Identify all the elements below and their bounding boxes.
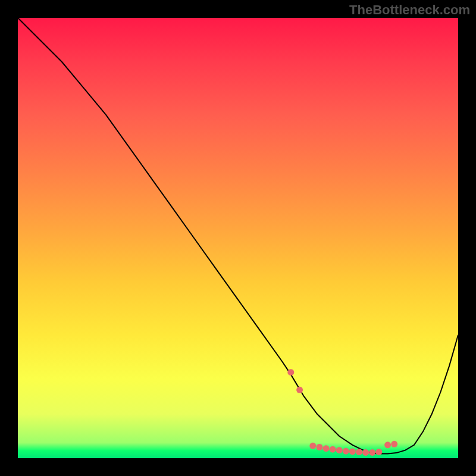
marker-dot	[323, 445, 330, 452]
bottleneck-curve	[18, 18, 458, 454]
marker-dot	[391, 441, 397, 447]
marker-dot	[287, 369, 294, 375]
curve-svg	[18, 18, 458, 458]
marker-dot	[296, 387, 303, 393]
watermark-text: TheBottleneck.com	[349, 2, 470, 18]
marker-dot	[384, 441, 391, 448]
marker-dot	[349, 448, 356, 455]
marker-dot	[375, 449, 382, 455]
marker-dot	[316, 444, 322, 450]
highlight-markers	[287, 369, 397, 456]
marker-dot	[336, 447, 343, 453]
marker-dot	[369, 449, 375, 456]
chart-container: TheBottleneck.com	[0, 0, 476, 476]
plot-area	[18, 18, 458, 458]
marker-dot	[362, 449, 369, 456]
marker-dot	[330, 446, 336, 453]
marker-dot	[343, 448, 349, 455]
marker-dot	[309, 443, 316, 449]
marker-dot	[356, 449, 362, 455]
